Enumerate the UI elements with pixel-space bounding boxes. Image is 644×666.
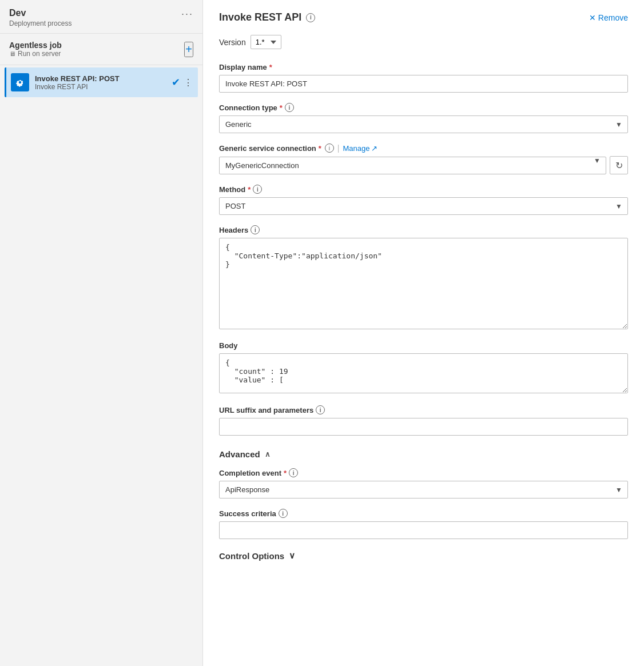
deployment-process-label: Deployment process	[9, 19, 71, 27]
version-row: Version 1.*	[219, 35, 628, 49]
connection-type-info-icon[interactable]: i	[285, 103, 294, 112]
remove-button[interactable]: ✕ Remove	[589, 13, 628, 22]
gear-svg	[15, 77, 25, 87]
task-gear-icon	[11, 73, 29, 91]
display-name-label: Display name *	[219, 63, 628, 71]
task-info: Invoke REST API: POST Invoke REST API	[35, 74, 166, 91]
success-criteria-label: Success criteria i	[219, 509, 628, 518]
completion-event-select[interactable]: ApiResponse	[219, 481, 628, 498]
pipe-divider: |	[337, 143, 340, 153]
connection-select-wrapper: MyGenericConnection ▼	[219, 157, 606, 174]
remove-label: Remove	[598, 13, 628, 22]
url-suffix-info-icon[interactable]: i	[316, 405, 325, 414]
body-textarea[interactable]: { "count" : 19 "value" : [	[219, 353, 628, 393]
success-criteria-input[interactable]	[219, 521, 628, 539]
url-suffix-input[interactable]	[219, 418, 628, 436]
advanced-chevron-icon: ∧	[265, 450, 271, 458]
headers-group: Headers i { "Content-Type":"application/…	[219, 225, 628, 331]
method-info-icon[interactable]: i	[253, 185, 262, 194]
completion-event-group: Completion event * i ApiResponse ▼	[219, 468, 628, 498]
display-name-required: *	[269, 63, 272, 71]
connection-type-select[interactable]: Generic	[219, 115, 628, 133]
generic-service-connection-group: Generic service connection * i | Manage …	[219, 143, 628, 174]
add-task-button[interactable]: +	[184, 42, 193, 57]
agentless-job-subtitle: Run on server	[9, 50, 62, 58]
advanced-label: Advanced	[219, 449, 260, 459]
generic-service-select[interactable]: MyGenericConnection	[219, 157, 606, 174]
headers-label: Headers i	[219, 225, 628, 234]
headers-textarea[interactable]: { "Content-Type":"application/json" }	[219, 238, 628, 329]
generic-service-required: *	[319, 144, 321, 153]
completion-event-select-wrapper: ApiResponse ▼	[219, 481, 628, 498]
connection-type-select-wrapper: Generic ▼	[219, 115, 628, 133]
panel-title: Invoke REST API i	[219, 11, 315, 23]
success-criteria-group: Success criteria i	[219, 509, 628, 539]
version-select[interactable]: 1.*	[251, 35, 281, 49]
url-suffix-label: URL suffix and parameters i	[219, 405, 628, 414]
completion-event-required: *	[284, 469, 287, 477]
method-required: *	[248, 185, 251, 194]
manage-link[interactable]: Manage ↗	[343, 144, 378, 153]
body-label: Body	[219, 341, 628, 350]
completion-event-info-icon[interactable]: i	[289, 468, 298, 477]
success-criteria-info-icon[interactable]: i	[279, 509, 288, 518]
left-header: Dev Deployment process ···	[0, 0, 202, 34]
body-group: Body { "count" : 19 "value" : [	[219, 341, 628, 395]
left-header-info: Dev Deployment process	[9, 8, 71, 27]
version-label: Version	[219, 38, 246, 47]
headers-info-icon[interactable]: i	[251, 225, 260, 234]
control-options-toggle[interactable]: Control Options ∨	[219, 551, 628, 561]
agentless-job-row: Agentless job Run on server +	[0, 34, 202, 65]
agentless-job-info: Agentless job Run on server	[9, 41, 62, 58]
task-dots-button[interactable]: ⋮	[184, 77, 193, 88]
method-select-wrapper: POST ▼	[219, 197, 628, 215]
dev-title: Dev	[9, 8, 71, 18]
advanced-section-toggle[interactable]: Advanced ∧	[219, 449, 628, 459]
task-title: Invoke REST API: POST	[35, 74, 166, 83]
method-select[interactable]: POST	[219, 197, 628, 215]
task-check-icon: ✔	[172, 76, 180, 89]
task-subtitle: Invoke REST API	[35, 83, 166, 91]
right-panel: Invoke REST API i ✕ Remove Version 1.* D…	[203, 0, 644, 666]
display-name-group: Display name *	[219, 63, 628, 93]
generic-service-connection-label: Generic service connection *	[219, 144, 321, 153]
left-panel: Dev Deployment process ··· Agentless job…	[0, 0, 203, 666]
agentless-job-title: Agentless job	[9, 41, 62, 50]
task-item[interactable]: Invoke REST API: POST Invoke REST API ✔ …	[5, 67, 198, 97]
method-label: Method * i	[219, 185, 628, 194]
refresh-button[interactable]: ↻	[610, 156, 628, 174]
generic-service-connection-header: Generic service connection * i | Manage …	[219, 143, 628, 153]
url-suffix-group: URL suffix and parameters i	[219, 405, 628, 436]
display-name-input[interactable]	[219, 75, 628, 93]
method-group: Method * i POST ▼	[219, 185, 628, 215]
completion-event-label: Completion event * i	[219, 468, 628, 477]
control-options-label: Control Options	[219, 551, 284, 561]
connection-type-required: *	[280, 103, 283, 112]
external-link-icon: ↗	[371, 144, 377, 153]
title-info-icon[interactable]: i	[306, 13, 315, 22]
connection-type-group: Connection type * i Generic ▼	[219, 103, 628, 133]
connection-type-label: Connection type * i	[219, 103, 628, 112]
generic-service-info-icon[interactable]: i	[325, 143, 334, 153]
task-actions: ✔ ⋮	[172, 76, 193, 89]
right-header: Invoke REST API i ✕ Remove	[219, 11, 628, 23]
header-dots-button[interactable]: ···	[181, 8, 193, 20]
remove-x-icon: ✕	[589, 13, 596, 22]
panel-title-text: Invoke REST API	[219, 11, 301, 23]
control-options-chevron-icon: ∨	[289, 551, 295, 561]
connection-row: MyGenericConnection ▼ ↻	[219, 156, 628, 174]
